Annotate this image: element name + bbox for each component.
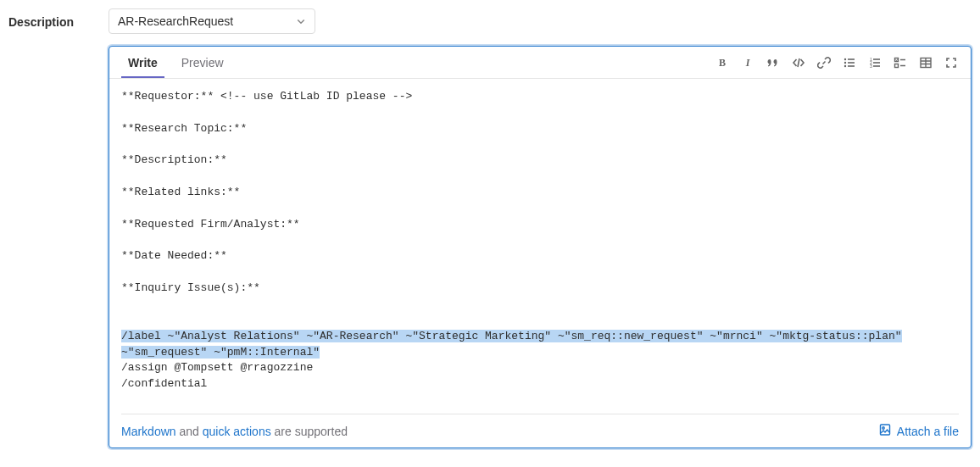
editor-line: **Research Topic:** [121,122,247,135]
svg-rect-5 [848,62,855,64]
markdown-help-link[interactable]: Markdown [121,425,176,438]
description-field-label: Description [8,8,109,29]
svg-text:I: I [745,57,751,69]
editor-line: **Requested Firm/Analyst:** [121,218,300,231]
numbered-list-button[interactable]: 123 [864,52,886,74]
svg-point-6 [844,64,846,66]
editor-line-selected: ~"sm_request" ~"pmM::Internal" [121,346,320,359]
template-dropdown[interactable]: AR-ResearchRequest [109,8,315,34]
italic-button[interactable]: I [737,52,759,74]
editor-line: **Date Needed:** [121,249,227,262]
tab-preview[interactable]: Preview [175,47,231,78]
code-button[interactable] [788,52,810,74]
svg-rect-13 [873,65,880,67]
attach-file-label: Attach a file [897,425,959,438]
svg-rect-7 [848,65,855,67]
fullscreen-button[interactable] [940,52,962,74]
template-dropdown-value: AR-ResearchRequest [118,14,233,28]
svg-rect-9 [873,58,880,60]
editor-line: /confidential [121,377,207,390]
attach-file-button[interactable]: Attach a file [878,423,959,439]
svg-point-4 [844,61,846,63]
blockquote-button[interactable] [762,52,784,74]
link-button[interactable] [813,52,835,74]
editor-line: /assign @Tompsett @rragozzine [121,361,313,374]
editor-footer: Markdown and quick actions are supported… [109,414,971,448]
tab-write[interactable]: Write [121,47,164,78]
bullet-list-button[interactable] [838,52,860,74]
svg-rect-16 [895,64,899,67]
description-editor: Write Preview B I [109,46,972,448]
description-textarea[interactable]: **Requestor:** <!-- use GitLab ID please… [109,79,971,414]
svg-point-2 [844,58,846,59]
footer-text: are supported [271,425,348,438]
bold-button[interactable]: B [711,52,733,74]
svg-rect-11 [873,62,880,64]
editor-toolbar: B I [711,52,964,74]
editor-line: **Description:** [121,153,227,166]
editor-line: **Related links:** [121,186,240,198]
svg-rect-3 [848,58,855,60]
chevron-down-icon [296,16,306,26]
svg-rect-22 [880,425,889,435]
attach-file-icon [878,423,892,439]
svg-point-23 [883,427,884,429]
quick-actions-help-link[interactable]: quick actions [203,425,271,438]
svg-text:B: B [719,57,726,69]
editor-line: **Inquiry Issue(s):** [121,281,260,294]
editor-line: **Requestor:** <!-- use GitLab ID please… [121,90,412,103]
editor-line-selected: /label ~"Analyst Relations" ~"AR-Researc… [121,330,902,342]
footer-text: and [176,425,203,438]
task-list-button[interactable] [889,52,911,74]
table-button[interactable] [915,52,937,74]
editor-tabbar: Write Preview B I [109,47,971,79]
svg-text:3: 3 [870,63,872,68]
